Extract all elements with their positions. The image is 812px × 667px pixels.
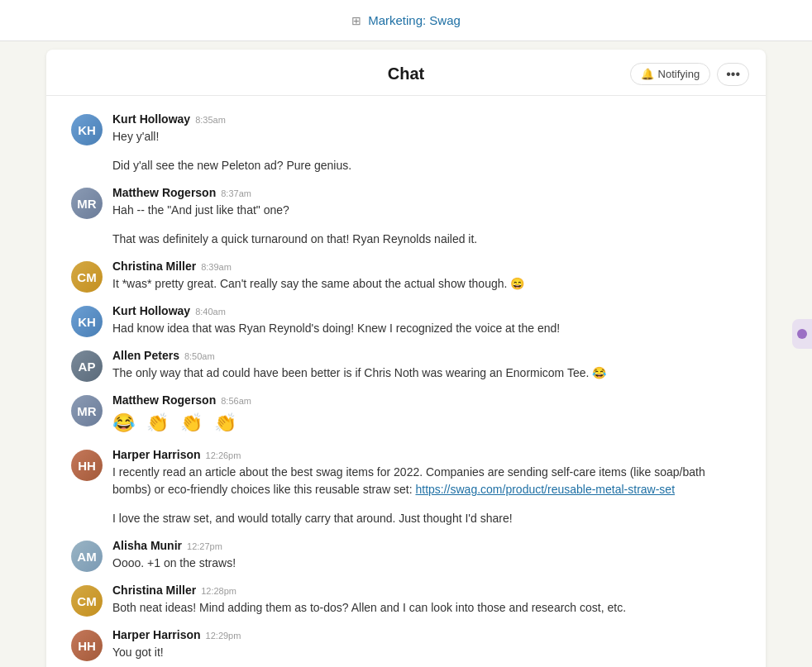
- project-title-text: Marketing: Swag: [368, 13, 461, 27]
- message-text: Hey y'all!: [112, 128, 741, 145]
- message-content: Kurt Holloway 8:35am Hey y'all!: [112, 112, 741, 145]
- message-content: Harper Harrison 12:26pm I recently read …: [112, 448, 741, 498]
- message-header: Kurt Holloway 8:40am: [112, 304, 741, 317]
- message-header: Harper Harrison 12:29pm: [112, 628, 741, 641]
- avatar: KH: [71, 114, 103, 145]
- message-time: 8:56am: [221, 396, 251, 406]
- message-time: 12:28pm: [201, 586, 236, 596]
- message-group: KH Kurt Holloway 8:35am Hey y'all!: [71, 112, 741, 145]
- avatar: AM: [71, 541, 103, 572]
- bell-icon: 🔔: [641, 68, 654, 80]
- message-text: The only way that ad could have been bet…: [112, 364, 741, 382]
- sender-name: Christina Miller: [112, 584, 196, 597]
- sender-name: Harper Harrison: [112, 628, 201, 641]
- sender-name: Alisha Munir: [112, 539, 182, 552]
- avatar: MR: [71, 395, 103, 426]
- top-bar: ⊞ Marketing: Swag: [0, 0, 812, 41]
- message-text: I recently read an article about the bes…: [112, 464, 741, 498]
- message-text: Did y'all see the new Peleton ad? Pure g…: [112, 157, 741, 174]
- message-time: 8:35am: [195, 115, 226, 125]
- chat-container: Chat 🔔 Notifying ••• KH Kurt Holloway: [46, 50, 766, 667]
- message-content: Kurt Holloway 8:40am Had know idea that …: [112, 304, 741, 337]
- sender-name: Kurt Holloway: [112, 304, 190, 317]
- message-content: Alisha Munir 12:27pm Oooo. +1 on the str…: [112, 539, 741, 572]
- sender-name: Christina Miller: [112, 260, 196, 273]
- message-content: Matthew Rogerson 8:56am 😂 👏 👏 👏: [112, 393, 741, 436]
- avatar: AP: [71, 350, 103, 382]
- chat-header: Chat 🔔 Notifying •••: [46, 50, 766, 96]
- message-header: Christina Miller 8:39am: [112, 260, 741, 273]
- sender-name: Allen Peters: [112, 349, 179, 362]
- right-sidebar: [792, 319, 812, 349]
- message-text: It *was* pretty great. Can't really say …: [112, 275, 741, 293]
- message-content: Christina Miller 12:28pm Both neat ideas…: [112, 584, 741, 617]
- message-content: Matthew Rogerson 8:37am Hah -- the "And …: [112, 186, 741, 219]
- message-text: 😂 👏 👏 👏: [112, 409, 741, 436]
- chat-header-actions: 🔔 Notifying •••: [630, 63, 749, 86]
- message-header: Harper Harrison 12:26pm: [112, 448, 741, 461]
- avatar: HH: [71, 630, 103, 661]
- project-title-link[interactable]: ⊞ Marketing: Swag: [351, 13, 461, 27]
- page-wrapper: ⊞ Marketing: Swag Chat 🔔 Notifying ••• K…: [0, 0, 812, 667]
- message-content: Harper Harrison 12:29pm You got it!: [112, 628, 741, 661]
- sender-name: Matthew Rogerson: [112, 186, 216, 199]
- message-group: AM Alisha Munir 12:27pm Oooo. +1 on the …: [71, 539, 741, 572]
- message-group: CM Christina Miller 8:39am It *was* pret…: [71, 260, 741, 293]
- message-continuation: That was definitely a quick turnaround o…: [112, 231, 741, 248]
- notifying-button[interactable]: 🔔 Notifying: [630, 63, 711, 85]
- message-time: 8:39am: [201, 262, 232, 272]
- notifying-label: Notifying: [658, 68, 700, 80]
- message-time: 12:26pm: [206, 450, 241, 460]
- message-text: Hah -- the "And just like that" one?: [112, 202, 741, 219]
- message-content: Allen Peters 8:50am The only way that ad…: [112, 349, 741, 382]
- message-text: Both neat ideas! Mind adding them as to-…: [112, 599, 741, 617]
- message-header: Alisha Munir 12:27pm: [112, 539, 741, 552]
- avatar: MR: [71, 188, 103, 219]
- message-header: Kurt Holloway 8:35am: [112, 112, 741, 126]
- message-group: AP Allen Peters 8:50am The only way that…: [71, 349, 741, 382]
- message-group: HH Harper Harrison 12:29pm You got it!: [71, 628, 741, 661]
- message-header: Matthew Rogerson 8:56am: [112, 393, 741, 407]
- avatar: KH: [71, 306, 103, 337]
- message-time: 8:40am: [195, 307, 226, 317]
- message-time: 8:37am: [221, 188, 251, 198]
- grid-icon: ⊞: [351, 14, 361, 27]
- message-continuation: I love the straw set, and would totally …: [112, 510, 741, 527]
- message-text: I love the straw set, and would totally …: [112, 510, 741, 527]
- message-text: That was definitely a quick turnaround o…: [112, 231, 741, 248]
- message-header: Allen Peters 8:50am: [112, 349, 741, 362]
- message-time: 12:29pm: [206, 631, 241, 641]
- message-text: Had know idea that was Ryan Reynold's do…: [112, 320, 741, 337]
- message-continuation: Did y'all see the new Peleton ad? Pure g…: [112, 157, 741, 174]
- message-group: MR Matthew Rogerson 8:56am 😂 👏 👏 👏: [71, 393, 741, 436]
- sidebar-dot: [797, 329, 807, 339]
- sender-name: Matthew Rogerson: [112, 393, 216, 407]
- message-group: HH Harper Harrison 12:26pm I recently re…: [71, 448, 741, 498]
- message-header: Matthew Rogerson 8:37am: [112, 186, 741, 199]
- sender-name: Kurt Holloway: [112, 112, 190, 126]
- message-content: Christina Miller 8:39am It *was* pretty …: [112, 260, 741, 293]
- message-group: CM Christina Miller 12:28pm Both neat id…: [71, 584, 741, 617]
- message-time: 12:27pm: [187, 541, 222, 551]
- avatar: HH: [71, 450, 103, 481]
- avatar: CM: [71, 261, 103, 293]
- messages-area: KH Kurt Holloway 8:35am Hey y'all! Did y…: [46, 96, 766, 667]
- message-text: Oooo. +1 on the straws!: [112, 555, 741, 572]
- message-group: MR Matthew Rogerson 8:37am Hah -- the "A…: [71, 186, 741, 219]
- chat-title: Chat: [388, 64, 424, 83]
- message-header: Christina Miller 12:28pm: [112, 584, 741, 597]
- message-time: 8:50am: [184, 351, 215, 361]
- avatar: CM: [71, 585, 103, 617]
- sender-name: Harper Harrison: [112, 448, 201, 461]
- message-group: KH Kurt Holloway 8:40am Had know idea th…: [71, 304, 741, 337]
- more-options-button[interactable]: •••: [717, 63, 749, 86]
- message-link[interactable]: https://swag.com/product/reusable-metal-…: [415, 483, 675, 496]
- message-text: You got it!: [112, 644, 741, 661]
